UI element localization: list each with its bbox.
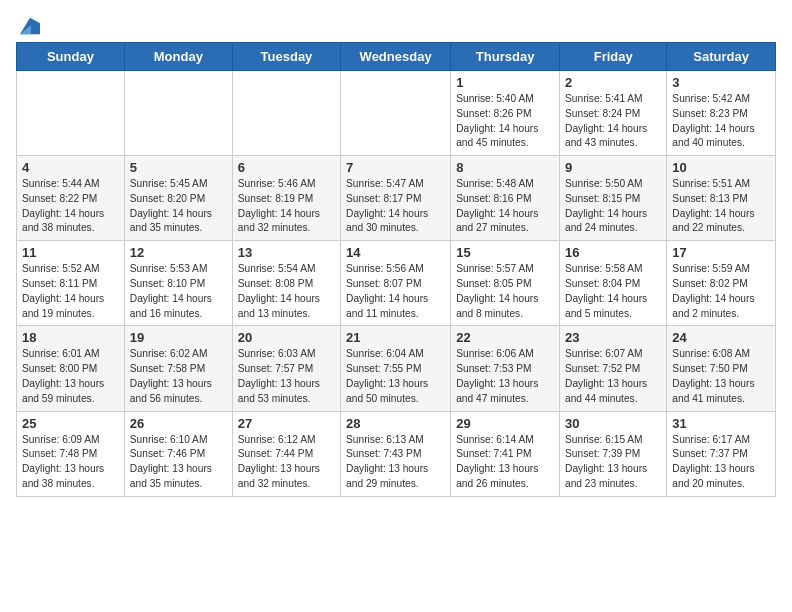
calendar-cell: 4Sunrise: 5:44 AM Sunset: 8:22 PM Daylig…: [17, 156, 125, 241]
day-number: 24: [672, 330, 770, 345]
calendar-day-header: Saturday: [667, 43, 776, 71]
calendar-cell: 14Sunrise: 5:56 AM Sunset: 8:07 PM Dayli…: [341, 241, 451, 326]
day-info: Sunrise: 6:02 AM Sunset: 7:58 PM Dayligh…: [130, 347, 227, 406]
calendar-cell: 2Sunrise: 5:41 AM Sunset: 8:24 PM Daylig…: [560, 71, 667, 156]
day-info: Sunrise: 5:59 AM Sunset: 8:02 PM Dayligh…: [672, 262, 770, 321]
calendar-cell: 13Sunrise: 5:54 AM Sunset: 8:08 PM Dayli…: [232, 241, 340, 326]
calendar-cell: 30Sunrise: 6:15 AM Sunset: 7:39 PM Dayli…: [560, 411, 667, 496]
day-info: Sunrise: 6:03 AM Sunset: 7:57 PM Dayligh…: [238, 347, 335, 406]
calendar-cell: [341, 71, 451, 156]
day-number: 17: [672, 245, 770, 260]
day-info: Sunrise: 6:10 AM Sunset: 7:46 PM Dayligh…: [130, 433, 227, 492]
day-number: 13: [238, 245, 335, 260]
day-number: 3: [672, 75, 770, 90]
logo-text: [16, 16, 40, 36]
day-info: Sunrise: 5:40 AM Sunset: 8:26 PM Dayligh…: [456, 92, 554, 151]
calendar-day-header: Friday: [560, 43, 667, 71]
calendar-cell: 27Sunrise: 6:12 AM Sunset: 7:44 PM Dayli…: [232, 411, 340, 496]
day-info: Sunrise: 5:44 AM Sunset: 8:22 PM Dayligh…: [22, 177, 119, 236]
day-info: Sunrise: 6:06 AM Sunset: 7:53 PM Dayligh…: [456, 347, 554, 406]
day-number: 27: [238, 416, 335, 431]
calendar-cell: 3Sunrise: 5:42 AM Sunset: 8:23 PM Daylig…: [667, 71, 776, 156]
calendar-day-header: Monday: [124, 43, 232, 71]
day-info: Sunrise: 5:57 AM Sunset: 8:05 PM Dayligh…: [456, 262, 554, 321]
calendar-cell: 26Sunrise: 6:10 AM Sunset: 7:46 PM Dayli…: [124, 411, 232, 496]
calendar-day-header: Tuesday: [232, 43, 340, 71]
day-info: Sunrise: 5:52 AM Sunset: 8:11 PM Dayligh…: [22, 262, 119, 321]
calendar-cell: 28Sunrise: 6:13 AM Sunset: 7:43 PM Dayli…: [341, 411, 451, 496]
calendar-cell: 16Sunrise: 5:58 AM Sunset: 8:04 PM Dayli…: [560, 241, 667, 326]
day-number: 18: [22, 330, 119, 345]
page: SundayMondayTuesdayWednesdayThursdayFrid…: [0, 0, 792, 509]
calendar-day-header: Wednesday: [341, 43, 451, 71]
calendar-week-row: 11Sunrise: 5:52 AM Sunset: 8:11 PM Dayli…: [17, 241, 776, 326]
day-info: Sunrise: 6:08 AM Sunset: 7:50 PM Dayligh…: [672, 347, 770, 406]
calendar-cell: 15Sunrise: 5:57 AM Sunset: 8:05 PM Dayli…: [451, 241, 560, 326]
calendar-cell: 25Sunrise: 6:09 AM Sunset: 7:48 PM Dayli…: [17, 411, 125, 496]
day-number: 15: [456, 245, 554, 260]
day-number: 29: [456, 416, 554, 431]
day-info: Sunrise: 6:17 AM Sunset: 7:37 PM Dayligh…: [672, 433, 770, 492]
day-info: Sunrise: 6:09 AM Sunset: 7:48 PM Dayligh…: [22, 433, 119, 492]
day-number: 21: [346, 330, 445, 345]
day-info: Sunrise: 6:01 AM Sunset: 8:00 PM Dayligh…: [22, 347, 119, 406]
day-number: 26: [130, 416, 227, 431]
calendar-cell: [124, 71, 232, 156]
calendar-cell: 19Sunrise: 6:02 AM Sunset: 7:58 PM Dayli…: [124, 326, 232, 411]
calendar-cell: 29Sunrise: 6:14 AM Sunset: 7:41 PM Dayli…: [451, 411, 560, 496]
day-number: 12: [130, 245, 227, 260]
calendar-cell: 23Sunrise: 6:07 AM Sunset: 7:52 PM Dayli…: [560, 326, 667, 411]
calendar-header-row: SundayMondayTuesdayWednesdayThursdayFrid…: [17, 43, 776, 71]
day-number: 19: [130, 330, 227, 345]
day-number: 30: [565, 416, 661, 431]
calendar-cell: [17, 71, 125, 156]
day-number: 25: [22, 416, 119, 431]
day-number: 22: [456, 330, 554, 345]
day-info: Sunrise: 5:50 AM Sunset: 8:15 PM Dayligh…: [565, 177, 661, 236]
calendar-cell: 6Sunrise: 5:46 AM Sunset: 8:19 PM Daylig…: [232, 156, 340, 241]
day-info: Sunrise: 5:42 AM Sunset: 8:23 PM Dayligh…: [672, 92, 770, 151]
calendar-cell: 12Sunrise: 5:53 AM Sunset: 8:10 PM Dayli…: [124, 241, 232, 326]
day-number: 16: [565, 245, 661, 260]
calendar-cell: 21Sunrise: 6:04 AM Sunset: 7:55 PM Dayli…: [341, 326, 451, 411]
day-info: Sunrise: 5:41 AM Sunset: 8:24 PM Dayligh…: [565, 92, 661, 151]
day-number: 10: [672, 160, 770, 175]
day-number: 2: [565, 75, 661, 90]
calendar-cell: 22Sunrise: 6:06 AM Sunset: 7:53 PM Dayli…: [451, 326, 560, 411]
calendar-cell: 8Sunrise: 5:48 AM Sunset: 8:16 PM Daylig…: [451, 156, 560, 241]
calendar-cell: 31Sunrise: 6:17 AM Sunset: 7:37 PM Dayli…: [667, 411, 776, 496]
day-number: 7: [346, 160, 445, 175]
day-info: Sunrise: 6:15 AM Sunset: 7:39 PM Dayligh…: [565, 433, 661, 492]
calendar-cell: [232, 71, 340, 156]
day-info: Sunrise: 6:13 AM Sunset: 7:43 PM Dayligh…: [346, 433, 445, 492]
day-info: Sunrise: 6:14 AM Sunset: 7:41 PM Dayligh…: [456, 433, 554, 492]
header: [16, 16, 776, 32]
day-info: Sunrise: 5:51 AM Sunset: 8:13 PM Dayligh…: [672, 177, 770, 236]
day-number: 5: [130, 160, 227, 175]
calendar-cell: 20Sunrise: 6:03 AM Sunset: 7:57 PM Dayli…: [232, 326, 340, 411]
day-info: Sunrise: 5:48 AM Sunset: 8:16 PM Dayligh…: [456, 177, 554, 236]
day-info: Sunrise: 5:53 AM Sunset: 8:10 PM Dayligh…: [130, 262, 227, 321]
calendar-day-header: Thursday: [451, 43, 560, 71]
calendar-week-row: 25Sunrise: 6:09 AM Sunset: 7:48 PM Dayli…: [17, 411, 776, 496]
day-number: 8: [456, 160, 554, 175]
day-info: Sunrise: 6:04 AM Sunset: 7:55 PM Dayligh…: [346, 347, 445, 406]
day-number: 4: [22, 160, 119, 175]
day-info: Sunrise: 6:12 AM Sunset: 7:44 PM Dayligh…: [238, 433, 335, 492]
calendar-table: SundayMondayTuesdayWednesdayThursdayFrid…: [16, 42, 776, 497]
day-number: 23: [565, 330, 661, 345]
day-number: 11: [22, 245, 119, 260]
calendar-cell: 24Sunrise: 6:08 AM Sunset: 7:50 PM Dayli…: [667, 326, 776, 411]
day-number: 31: [672, 416, 770, 431]
calendar-cell: 1Sunrise: 5:40 AM Sunset: 8:26 PM Daylig…: [451, 71, 560, 156]
calendar-cell: 18Sunrise: 6:01 AM Sunset: 8:00 PM Dayli…: [17, 326, 125, 411]
day-number: 14: [346, 245, 445, 260]
calendar-week-row: 1Sunrise: 5:40 AM Sunset: 8:26 PM Daylig…: [17, 71, 776, 156]
day-number: 9: [565, 160, 661, 175]
calendar-cell: 17Sunrise: 5:59 AM Sunset: 8:02 PM Dayli…: [667, 241, 776, 326]
day-number: 1: [456, 75, 554, 90]
calendar-cell: 10Sunrise: 5:51 AM Sunset: 8:13 PM Dayli…: [667, 156, 776, 241]
calendar-day-header: Sunday: [17, 43, 125, 71]
day-number: 20: [238, 330, 335, 345]
calendar-cell: 7Sunrise: 5:47 AM Sunset: 8:17 PM Daylig…: [341, 156, 451, 241]
